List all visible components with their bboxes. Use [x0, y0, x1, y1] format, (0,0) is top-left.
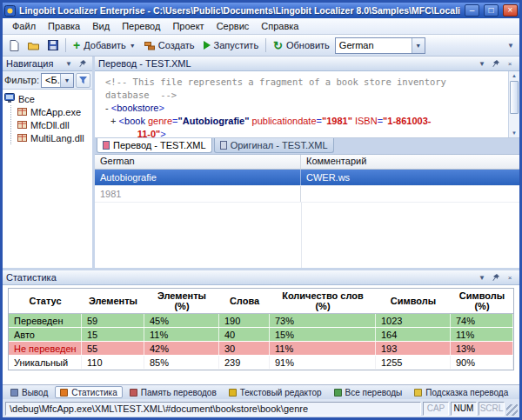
add-icon: + [73, 39, 80, 51]
stats-cell: 1023 [376, 314, 451, 327]
statistics-panel: Статистика ▼ × СтатусЭлементыЭлементы (%… [3, 268, 519, 384]
tree-item[interactable]: MfcDll.dll [17, 118, 90, 131]
menu-item[interactable]: Сервис [211, 19, 256, 33]
xml-expander[interactable]: - [105, 103, 111, 113]
xml-expander[interactable]: + [105, 116, 119, 126]
all-translations-icon [334, 389, 342, 397]
create-button[interactable]: Создать [141, 37, 198, 54]
pin-icon[interactable] [490, 272, 502, 283]
refresh-button-label: Обновить [286, 40, 330, 50]
menu-item[interactable]: Правка [42, 19, 86, 33]
filter-combobox[interactable]: <Б... ▼ [41, 73, 74, 88]
stats-cell: 90% [451, 356, 513, 369]
xml-line: database --> [105, 89, 506, 102]
tab-output[interactable]: Вывод [5, 386, 53, 398]
bottom-tab-label: Текстовый редактор [240, 388, 322, 397]
vertical-scrollbar[interactable]: ▲ ▼ [508, 71, 519, 137]
chevron-down-icon[interactable]: ▼ [63, 58, 75, 70]
scroll-thumb[interactable] [510, 81, 519, 114]
menu-item[interactable]: Вид [86, 19, 116, 33]
filter-label: Фильтр: [4, 75, 39, 85]
toolbar-overflow-icon[interactable]: ▼ [505, 40, 516, 51]
statistics-icon [60, 389, 68, 397]
create-icon [144, 41, 155, 50]
save-button[interactable] [44, 37, 62, 54]
close-icon[interactable]: × [504, 58, 516, 70]
memory-icon [130, 389, 137, 397]
chevron-down-icon[interactable]: ▼ [476, 272, 488, 283]
tab-translation-hint[interactable]: Подсказка перевода [409, 386, 513, 398]
editor-panel-header: Перевод - TEST.XML ▼ × [95, 57, 519, 71]
stats-cell: 110 [82, 356, 144, 369]
output-icon [10, 389, 18, 397]
stats-cell: 193 [376, 342, 451, 355]
grid-column-header[interactable]: Комментарий [301, 155, 519, 169]
scroll-down-icon[interactable]: ▼ [512, 130, 517, 137]
bottom-tab-bar: ВыводСтатистикаПамять переводовТекстовый… [3, 384, 519, 399]
chevron-down-icon[interactable]: ▼ [476, 58, 488, 70]
chevron-down-icon[interactable]: ▼ [412, 38, 425, 53]
indicator-num: NUM [451, 402, 477, 416]
save-icon [48, 40, 58, 50]
grid-cell: 1981 [95, 186, 301, 202]
pin-icon[interactable] [490, 58, 502, 70]
resize-grip[interactable] [506, 404, 518, 416]
refresh-icon: ↻ [273, 40, 283, 51]
tab-all-translations[interactable]: Все переводы [329, 386, 408, 398]
workspace: Навигация ▼ Фильтр: <Б... ▼ ВсеMfcApp.ex… [3, 57, 519, 268]
grid-row[interactable]: AutobiografieCWER.ws [95, 170, 519, 186]
menu-item[interactable]: Файл [6, 19, 42, 33]
stats-cell: 11% [451, 328, 513, 341]
status-path: \debug\MfcApp.exe\XML\TEST.XML\#document… [5, 402, 421, 416]
filter-value: <Б... [42, 74, 60, 87]
grid-row[interactable]: 1981 [95, 186, 519, 203]
run-button-label: Запустить [214, 40, 259, 50]
menu-item[interactable]: Проект [166, 19, 210, 33]
panel-title: Навигация [6, 58, 61, 69]
tree-item-label: MfcDll.dll [30, 120, 70, 130]
pin-icon[interactable] [77, 58, 89, 70]
new-button[interactable] [6, 37, 23, 54]
stats-status-cell: Переведен [9, 314, 82, 327]
tab-translation-memory[interactable]: Память переводов [124, 386, 222, 398]
tree-item[interactable]: MfcApp.exe [17, 105, 90, 118]
tab-statistics[interactable]: Статистика [55, 386, 123, 398]
language-combobox[interactable]: German ▼ [335, 37, 425, 54]
run-button[interactable]: Запустить [200, 37, 263, 54]
bottom-tab-label: Память переводов [141, 388, 217, 397]
tree-item-root[interactable]: Все [4, 92, 90, 105]
new-document-icon [10, 40, 19, 51]
toolbar-separator [65, 38, 66, 52]
app-icon[interactable] [4, 5, 16, 17]
filter-button[interactable] [76, 73, 90, 88]
refresh-button[interactable]: ↻ Обновить [270, 37, 333, 54]
add-button[interactable]: + Добавить ▼ [70, 37, 139, 54]
open-button[interactable] [24, 37, 43, 54]
maximize-button[interactable]: □ [484, 4, 499, 17]
tab-text-editor[interactable]: Текстовый редактор [224, 386, 327, 398]
editor-tab[interactable]: Перевод - TEST.XML [97, 138, 212, 153]
stats-cell: 15% [270, 328, 376, 341]
statistics-table: СтатусЭлементыЭлементы (%)СловаКоличеств… [8, 288, 514, 370]
grid-cell: CWER.ws [301, 170, 519, 185]
run-icon [204, 41, 211, 50]
stats-row: Уникальный11085%23991%125590% [9, 356, 513, 370]
grid-column-header[interactable]: German [95, 155, 301, 169]
scroll-up-icon[interactable]: ▲ [512, 72, 517, 79]
tree-item[interactable]: MultiLang.dll [17, 131, 90, 144]
close-icon[interactable]: × [504, 272, 516, 283]
panel-title: Статистика [6, 272, 474, 283]
chevron-down-icon[interactable]: ▼ [60, 74, 73, 87]
stats-cell: 91% [270, 356, 376, 369]
minimize-button[interactable]: – [465, 4, 479, 17]
create-button-label: Создать [158, 40, 195, 50]
menu-item[interactable]: Перевод [116, 19, 166, 33]
stats-cell: 59 [82, 314, 144, 327]
stats-row: Авто1511%4015%16411% [9, 328, 513, 342]
menu-item[interactable]: Справка [255, 19, 304, 33]
stats-cell: 73% [270, 314, 376, 327]
editor-tab[interactable]: Оригинал - TEST.XML [214, 138, 334, 153]
close-button[interactable]: × [503, 4, 518, 17]
status-indicators: CAPNUMSCRL [423, 402, 505, 416]
app-window: Lingobit Localizer Enterprise - C:\Users… [0, 0, 522, 420]
